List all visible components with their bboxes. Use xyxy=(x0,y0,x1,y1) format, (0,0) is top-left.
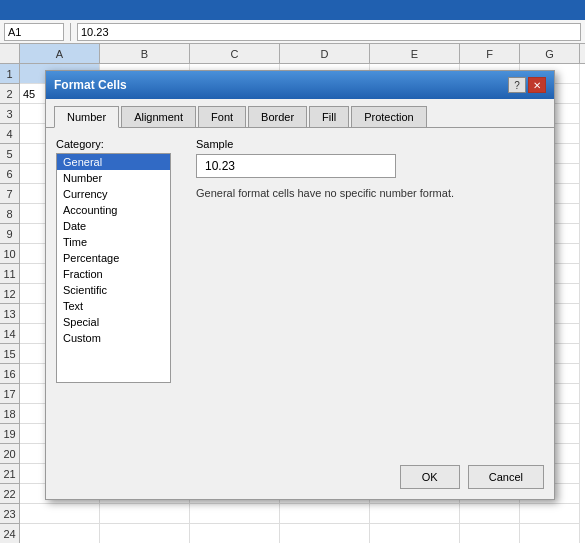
category-item-time[interactable]: Time xyxy=(57,234,170,250)
cell-f24[interactable] xyxy=(460,524,520,543)
tab-protection[interactable]: Protection xyxy=(351,106,427,128)
cancel-button[interactable]: Cancel xyxy=(468,465,544,489)
category-item-special[interactable]: Special xyxy=(57,314,170,330)
col-header-f[interactable]: F xyxy=(460,44,520,63)
cell-d24[interactable] xyxy=(280,524,370,543)
row-num-23[interactable]: 23 xyxy=(0,504,20,524)
tabs-area: Number Alignment Font Border Fill Protec… xyxy=(46,99,554,128)
close-button[interactable]: ✕ xyxy=(528,77,546,93)
dialog-content: Category: GeneralNumberCurrencyAccountin… xyxy=(46,128,554,393)
col-header-a[interactable]: A xyxy=(20,44,100,63)
row-num-21[interactable]: 21 xyxy=(0,464,20,484)
right-panel: Sample 10.23 General format cells have n… xyxy=(196,138,544,383)
col-header-b[interactable]: B xyxy=(100,44,190,63)
row-num-3[interactable]: 3 xyxy=(0,104,20,124)
row-num-17[interactable]: 17 xyxy=(0,384,20,404)
tab-number[interactable]: Number xyxy=(54,106,119,128)
cell-d23[interactable] xyxy=(280,504,370,524)
cell-e24[interactable] xyxy=(370,524,460,543)
sample-value: 10.23 xyxy=(205,159,235,173)
row-num-11[interactable]: 11 xyxy=(0,264,20,284)
row-num-10[interactable]: 10 xyxy=(0,244,20,264)
sample-box: 10.23 xyxy=(196,154,396,178)
ok-button[interactable]: OK xyxy=(400,465,460,489)
category-item-general[interactable]: General xyxy=(57,154,170,170)
row-num-19[interactable]: 19 xyxy=(0,424,20,444)
column-headers: A B C D E F G xyxy=(0,44,585,64)
category-item-fraction[interactable]: Fraction xyxy=(57,266,170,282)
row-num-13[interactable]: 13 xyxy=(0,304,20,324)
tab-border[interactable]: Border xyxy=(248,106,307,128)
help-button[interactable]: ? xyxy=(508,77,526,93)
category-item-scientific[interactable]: Scientific xyxy=(57,282,170,298)
cell-c24[interactable] xyxy=(190,524,280,543)
row-numbers: 1234567891011121314151617181920212223242… xyxy=(0,64,20,543)
grid-row-24 xyxy=(20,524,585,543)
category-item-number[interactable]: Number xyxy=(57,170,170,186)
formula-bar xyxy=(0,20,585,44)
tab-font[interactable]: Font xyxy=(198,106,246,128)
col-header-d[interactable]: D xyxy=(280,44,370,63)
col-header-g[interactable]: G xyxy=(520,44,580,63)
formula-divider xyxy=(70,23,71,41)
grid-row-23 xyxy=(20,504,585,524)
formula-input[interactable] xyxy=(77,23,581,41)
row-num-1[interactable]: 1 xyxy=(0,64,20,84)
cell-e23[interactable] xyxy=(370,504,460,524)
category-label: Category: xyxy=(56,138,186,150)
row-num-20[interactable]: 20 xyxy=(0,444,20,464)
category-item-accounting[interactable]: Accounting xyxy=(57,202,170,218)
row-num-24[interactable]: 24 xyxy=(0,524,20,543)
cell-f23[interactable] xyxy=(460,504,520,524)
tab-fill[interactable]: Fill xyxy=(309,106,349,128)
category-item-date[interactable]: Date xyxy=(57,218,170,234)
cell-c23[interactable] xyxy=(190,504,280,524)
cell-g24[interactable] xyxy=(520,524,580,543)
row-num-2[interactable]: 2 xyxy=(0,84,20,104)
row-num-9[interactable]: 9 xyxy=(0,224,20,244)
dialog-footer: OK Cancel xyxy=(400,465,544,489)
row-num-4[interactable]: 4 xyxy=(0,124,20,144)
category-item-text[interactable]: Text xyxy=(57,298,170,314)
row-num-8[interactable]: 8 xyxy=(0,204,20,224)
tab-alignment[interactable]: Alignment xyxy=(121,106,196,128)
cell-a23[interactable] xyxy=(20,504,100,524)
category-item-currency[interactable]: Currency xyxy=(57,186,170,202)
dialog-titlebar: Format Cells ? ✕ xyxy=(46,71,554,99)
description-text: General format cells have no specific nu… xyxy=(196,186,476,201)
col-header-c[interactable]: C xyxy=(190,44,280,63)
dialog-title: Format Cells xyxy=(54,78,127,92)
row-num-15[interactable]: 15 xyxy=(0,344,20,364)
category-item-percentage[interactable]: Percentage xyxy=(57,250,170,266)
format-cells-dialog: Format Cells ? ✕ Number Alignment Font B… xyxy=(45,70,555,500)
cell-a24[interactable] xyxy=(20,524,100,543)
row-num-7[interactable]: 7 xyxy=(0,184,20,204)
row-num-16[interactable]: 16 xyxy=(0,364,20,384)
sample-label: Sample xyxy=(196,138,544,150)
name-box[interactable] xyxy=(4,23,64,41)
row-num-12[interactable]: 12 xyxy=(0,284,20,304)
cell-g23[interactable] xyxy=(520,504,580,524)
col-header-e[interactable]: E xyxy=(370,44,460,63)
corner-cell xyxy=(0,44,20,63)
row-num-18[interactable]: 18 xyxy=(0,404,20,424)
ribbon xyxy=(0,0,585,20)
category-list[interactable]: GeneralNumberCurrencyAccountingDateTimeP… xyxy=(56,153,171,383)
row-num-14[interactable]: 14 xyxy=(0,324,20,344)
row-num-22[interactable]: 22 xyxy=(0,484,20,504)
category-section: Category: GeneralNumberCurrencyAccountin… xyxy=(56,138,186,383)
cell-b24[interactable] xyxy=(100,524,190,543)
title-buttons: ? ✕ xyxy=(508,77,546,93)
category-item-custom[interactable]: Custom xyxy=(57,330,170,346)
row-num-5[interactable]: 5 xyxy=(0,144,20,164)
row-num-6[interactable]: 6 xyxy=(0,164,20,184)
cell-b23[interactable] xyxy=(100,504,190,524)
